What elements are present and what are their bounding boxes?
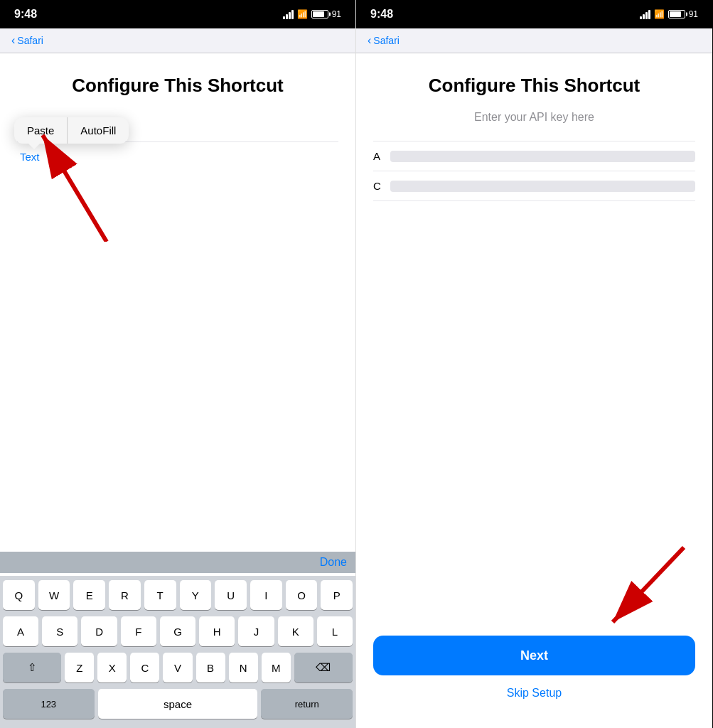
keyboard-row-1: Q W E R T Y U I O P [3, 580, 353, 610]
key-a[interactable]: A [3, 616, 38, 646]
keyboard-row-4: 123 space return [3, 689, 353, 719]
right-nav-bar: ‹ Safari [356, 28, 712, 53]
left-back-button[interactable]: ‹ Safari [11, 34, 43, 47]
key-b[interactable]: B [196, 653, 225, 682]
field-row-c: C [373, 171, 695, 201]
key-v[interactable]: V [163, 653, 192, 682]
autofill-menu-item[interactable]: AutoFill [68, 117, 129, 144]
key-shift[interactable]: ⇧ [3, 653, 61, 682]
right-phone: 9:48 📶 91 ‹ Safari [356, 0, 712, 728]
left-status-icons: 📶 91 [283, 9, 341, 19]
right-back-button[interactable]: ‹ Safari [368, 34, 400, 47]
left-configure-title: Configure This Shortcut [17, 75, 338, 97]
battery-icon [311, 10, 328, 18]
back-arrow-icon: ‹ [11, 34, 15, 47]
key-o[interactable]: O [286, 580, 318, 610]
key-c[interactable]: C [130, 653, 159, 682]
done-bar: Done [0, 552, 355, 573]
right-configure-title: Configure This Shortcut [429, 75, 640, 97]
wifi-icon: 📶 [297, 9, 308, 19]
key-e[interactable]: E [73, 580, 105, 610]
right-time: 9:48 [370, 8, 393, 21]
right-status-bar: 9:48 📶 91 [356, 0, 712, 28]
bottom-actions: Next Skip Setup [373, 636, 695, 714]
key-x[interactable]: X [97, 653, 127, 682]
key-z[interactable]: Z [65, 653, 94, 682]
text-input-cursor[interactable]: Text [17, 151, 338, 163]
key-m[interactable]: M [262, 653, 291, 682]
key-t[interactable]: T [144, 580, 176, 610]
key-r[interactable]: R [109, 580, 141, 610]
right-wifi-icon: 📶 [654, 9, 665, 19]
key-s[interactable]: S [42, 616, 77, 646]
right-signal-icon [640, 10, 650, 19]
key-u[interactable]: U [215, 580, 247, 610]
field-a-redacted [390, 151, 695, 162]
left-back-label: Safari [17, 35, 43, 46]
skip-setup-link[interactable]: Skip Setup [507, 687, 562, 700]
key-d[interactable]: D [81, 616, 117, 646]
key-g[interactable]: G [160, 616, 195, 646]
key-n[interactable]: N [229, 653, 258, 682]
key-123[interactable]: 123 [3, 689, 95, 719]
keyboard: Q W E R T Y U I O P A S D F G H J K [0, 576, 355, 728]
paste-menu-item[interactable]: Paste [14, 117, 68, 144]
key-l[interactable]: L [317, 616, 353, 646]
key-return[interactable]: return [261, 689, 353, 719]
right-back-label: Safari [373, 35, 400, 46]
right-back-arrow-icon: ‹ [368, 34, 371, 47]
signal-icon [283, 10, 294, 19]
field-row-a: A [373, 141, 695, 171]
keyboard-row-3: ⇧ Z X C V B N M ⌫ [3, 653, 353, 682]
api-fields: A C [373, 141, 695, 201]
field-c-letter: C [373, 180, 385, 192]
right-configure-subtitle: Enter your API key here [474, 111, 594, 124]
key-y[interactable]: Y [180, 580, 212, 610]
right-screen: 9:48 📶 91 ‹ Safari [356, 0, 712, 728]
field-a-letter: A [373, 150, 385, 162]
left-time: 9:48 [14, 8, 37, 21]
next-button[interactable]: Next [373, 636, 695, 675]
field-c-redacted [390, 181, 695, 192]
right-battery-pct: 91 [689, 9, 698, 19]
right-battery-icon [668, 10, 685, 18]
key-h[interactable]: H [199, 616, 235, 646]
key-k[interactable]: K [278, 616, 313, 646]
done-button[interactable]: Done [320, 556, 347, 569]
key-delete[interactable]: ⌫ [294, 653, 353, 682]
left-phone: 9:48 📶 91 ‹ Safari [0, 0, 356, 728]
right-status-icons: 📶 91 [640, 9, 698, 19]
key-p[interactable]: P [321, 580, 353, 610]
left-screen: 9:48 📶 91 ‹ Safari [0, 0, 356, 728]
key-q[interactable]: Q [3, 580, 35, 610]
key-i[interactable]: I [250, 580, 282, 610]
context-menu: Paste AutoFill [14, 117, 129, 144]
right-content: Configure This Shortcut Enter your API k… [356, 53, 712, 728]
key-w[interactable]: W [38, 580, 70, 610]
key-j[interactable]: J [238, 616, 274, 646]
left-nav-bar: ‹ Safari [0, 28, 355, 53]
left-status-bar: 9:48 📶 91 [0, 0, 355, 28]
battery-pct: 91 [332, 9, 341, 19]
keyboard-row-2: A S D F G H J K L [3, 616, 353, 646]
key-f[interactable]: F [121, 616, 156, 646]
key-space[interactable]: space [98, 689, 258, 719]
